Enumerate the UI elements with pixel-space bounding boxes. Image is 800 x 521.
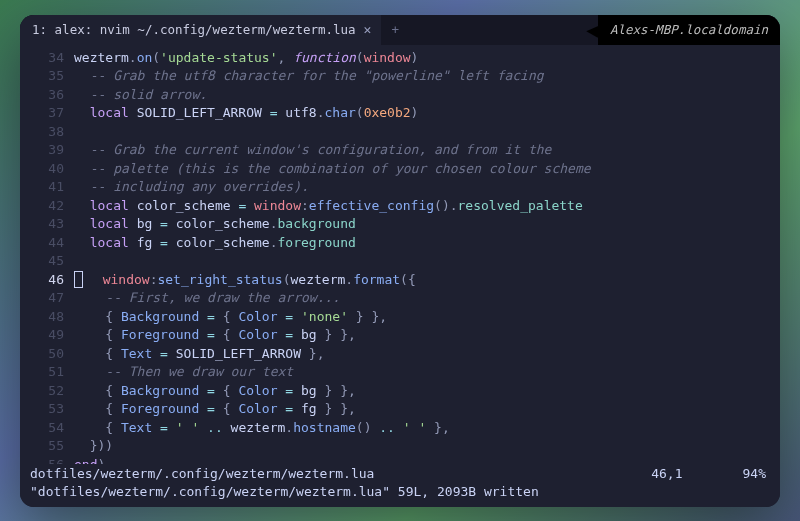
code-line: 54 { Text = ' ' .. wezterm.hostname() ..…: [20, 419, 780, 438]
line-content: local bg = color_scheme.background: [74, 215, 356, 234]
line-number: 41: [20, 178, 74, 197]
code-line: 47 -- First, we draw the arrow...: [20, 289, 780, 308]
line-number: 47: [20, 289, 74, 308]
status-path: dotfiles/wezterm/.config/wezterm/wezterm…: [30, 465, 651, 483]
code-line: 38: [20, 123, 780, 142]
tab-title: 1: alex: nvim ~/.config/wezterm/wezterm.…: [32, 22, 356, 37]
line-number: 38: [20, 123, 74, 142]
close-icon[interactable]: ✕: [364, 22, 372, 37]
code-line: 42 local color_scheme = window:effective…: [20, 197, 780, 216]
line-number: 48: [20, 308, 74, 327]
code-line: 37 local SOLID_LEFT_ARROW = utf8.char(0x…: [20, 104, 780, 123]
status-cursor-pos: 46,1: [651, 465, 742, 483]
code-line: 46 window:set_right_status(wezterm.forma…: [20, 271, 780, 290]
code-line: 52 { Background = { Color = bg } },: [20, 382, 780, 401]
new-tab-button[interactable]: +: [381, 15, 409, 45]
line-number: 50: [20, 345, 74, 364]
line-content: local SOLID_LEFT_ARROW = utf8.char(0xe0b…: [74, 104, 418, 123]
line-content: end): [74, 456, 105, 464]
line-number: 53: [20, 400, 74, 419]
code-line: 39 -- Grab the current window's configur…: [20, 141, 780, 160]
line-number: 36: [20, 86, 74, 105]
powerline-left-arrow-icon: ◀: [585, 19, 598, 41]
line-number: 54: [20, 419, 74, 438]
line-number: 40: [20, 160, 74, 179]
code-line: 36 -- solid arrow.: [20, 86, 780, 105]
line-content: -- First, we draw the arrow...: [74, 289, 340, 308]
line-number: 39: [20, 141, 74, 160]
line-content: { Text = ' ' .. wezterm.hostname() .. ' …: [74, 419, 450, 438]
line-content: local color_scheme = window:effective_co…: [74, 197, 583, 216]
line-content: window:set_right_status(wezterm.format({: [74, 271, 416, 290]
code-line: 50 { Text = SOLID_LEFT_ARROW },: [20, 345, 780, 364]
line-number: 37: [20, 104, 74, 123]
tab-active[interactable]: 1: alex: nvim ~/.config/wezterm/wezterm.…: [20, 15, 381, 45]
code-line: 45: [20, 252, 780, 271]
code-line: 34wezterm.on('update-status', function(w…: [20, 49, 780, 68]
line-content: { Foreground = { Color = bg } },: [74, 326, 356, 345]
line-content: { Background = { Color = 'none' } },: [74, 308, 387, 327]
cursor-icon: [74, 271, 83, 288]
line-number: 45: [20, 252, 74, 271]
line-content: -- including any overrides).: [74, 178, 309, 197]
line-number: 35: [20, 67, 74, 86]
line-content: wezterm.on('update-status', function(win…: [74, 49, 418, 68]
line-content: -- solid arrow.: [74, 86, 207, 105]
status-message: "dotfiles/wezterm/.config/wezterm/wezter…: [30, 483, 770, 501]
code-area[interactable]: 34wezterm.on('update-status', function(w…: [20, 49, 780, 464]
line-content: -- Grab the utf8 character for the "powe…: [74, 67, 544, 86]
line-number: 44: [20, 234, 74, 253]
code-line: 56end): [20, 456, 780, 464]
line-content: local fg = color_scheme.foreground: [74, 234, 356, 253]
code-line: 48 { Background = { Color = 'none' } },: [20, 308, 780, 327]
code-line: 35 -- Grab the utf8 character for the "p…: [20, 67, 780, 86]
code-line: 40 -- palette (this is the combination o…: [20, 160, 780, 179]
code-line: 51 -- Then we draw our text: [20, 363, 780, 382]
line-number: 56: [20, 456, 74, 464]
terminal-window: 1: alex: nvim ~/.config/wezterm/wezterm.…: [20, 15, 780, 507]
line-content: { Background = { Color = bg } },: [74, 382, 356, 401]
line-number: 49: [20, 326, 74, 345]
line-number: 34: [20, 49, 74, 68]
status-scroll-pct: 94%: [743, 465, 770, 483]
code-line: 43 local bg = color_scheme.background: [20, 215, 780, 234]
tab-bar: 1: alex: nvim ~/.config/wezterm/wezterm.…: [20, 15, 780, 45]
line-content: -- Then we draw our text: [74, 363, 293, 382]
line-number: 43: [20, 215, 74, 234]
code-line: 41 -- including any overrides).: [20, 178, 780, 197]
line-content: { Text = SOLID_LEFT_ARROW },: [74, 345, 324, 364]
code-line: 55 })): [20, 437, 780, 456]
code-line: 49 { Foreground = { Color = bg } },: [20, 326, 780, 345]
hostname-label: Alexs-MBP.localdomain: [598, 15, 780, 45]
right-status: ◀ Alexs-MBP.localdomain: [585, 15, 780, 45]
status-bar: dotfiles/wezterm/.config/wezterm/wezterm…: [20, 464, 780, 507]
line-number: 46: [20, 271, 74, 290]
line-content: })): [74, 437, 113, 456]
line-number: 52: [20, 382, 74, 401]
line-content: { Foreground = { Color = fg } },: [74, 400, 356, 419]
code-line: 44 local fg = color_scheme.foreground: [20, 234, 780, 253]
editor-viewport[interactable]: 34wezterm.on('update-status', function(w…: [20, 45, 780, 464]
line-number: 51: [20, 363, 74, 382]
line-number: 42: [20, 197, 74, 216]
code-line: 53 { Foreground = { Color = fg } },: [20, 400, 780, 419]
line-content: -- Grab the current window's configurati…: [74, 141, 551, 160]
line-content: -- palette (this is the combination of y…: [74, 160, 591, 179]
line-number: 55: [20, 437, 74, 456]
